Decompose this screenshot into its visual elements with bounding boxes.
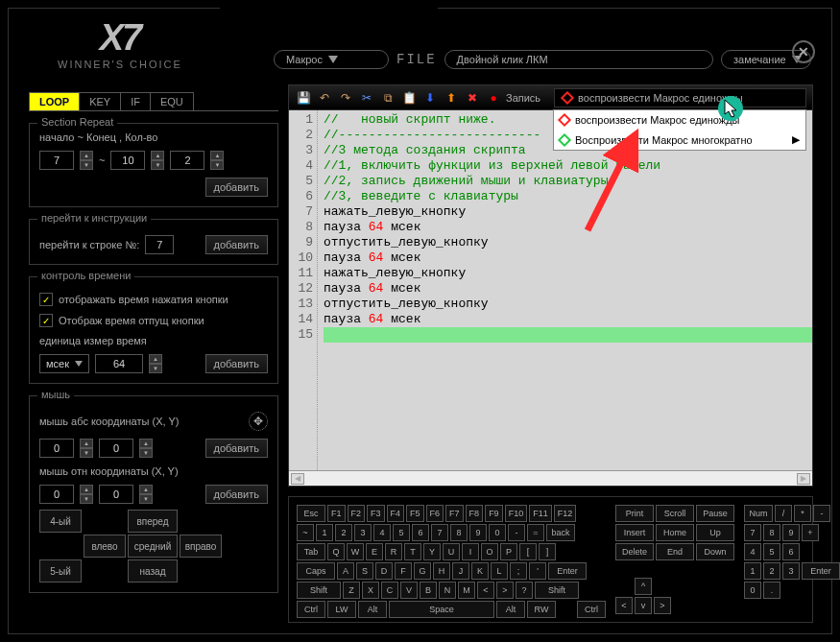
spin-down-icon[interactable]: ▼: [139, 448, 153, 458]
spin-down-icon[interactable]: ▼: [80, 448, 93, 458]
key-8[interactable]: 8: [450, 524, 468, 541]
spin-up-icon[interactable]: ▲: [80, 151, 93, 160]
crosshair-icon[interactable]: [249, 412, 268, 431]
key-;[interactable]: ;: [510, 562, 527, 580]
key-~[interactable]: ~: [297, 524, 314, 541]
key-home[interactable]: Home: [656, 524, 694, 541]
spin-up-icon[interactable]: ▲: [151, 151, 164, 160]
key-b[interactable]: B: [420, 582, 437, 599]
key-esc[interactable]: Esc: [297, 505, 325, 522]
key-q[interactable]: Q: [327, 543, 345, 560]
spin-down-icon[interactable]: ▼: [80, 494, 93, 504]
key-c[interactable]: C: [381, 582, 398, 599]
save-icon[interactable]: 💾: [295, 89, 312, 107]
section-repeat-add-button[interactable]: добавить: [205, 178, 268, 197]
key-j[interactable]: J: [452, 562, 469, 580]
key-3[interactable]: 3: [782, 562, 800, 580]
end-input[interactable]: 10: [110, 151, 145, 170]
key-rw[interactable]: RW: [527, 601, 556, 618]
mouse-btn-back[interactable]: назад: [128, 559, 178, 583]
tab-loop[interactable]: LOOP: [29, 92, 80, 110]
close-button[interactable]: ✕: [792, 40, 815, 63]
key-f[interactable]: F: [395, 562, 412, 580]
key-ctrl[interactable]: Ctrl: [297, 601, 325, 618]
cut-icon[interactable]: ✂: [358, 89, 375, 107]
key-end[interactable]: End: [656, 543, 694, 560]
key-f5[interactable]: F5: [406, 505, 424, 522]
scroll-left-icon[interactable]: ◀: [291, 473, 304, 485]
key-tab[interactable]: Tab: [297, 543, 325, 560]
key-5[interactable]: 5: [393, 524, 410, 541]
copy-icon[interactable]: ⧉: [379, 89, 396, 107]
key-7[interactable]: 7: [744, 524, 761, 541]
spin-down-icon[interactable]: ▼: [210, 160, 224, 170]
key-f9[interactable]: F9: [485, 505, 503, 522]
key-/[interactable]: /: [775, 505, 792, 522]
goto-add-button[interactable]: добавить: [205, 235, 268, 254]
key-6[interactable]: 6: [412, 524, 429, 541]
key-<[interactable]: <: [477, 582, 494, 599]
key-s[interactable]: S: [356, 562, 373, 580]
spin-up-icon[interactable]: ▲: [210, 151, 224, 160]
mouse-btn-right[interactable]: вправо: [180, 535, 222, 558]
key-1[interactable]: 1: [744, 562, 761, 580]
key-e[interactable]: E: [366, 543, 383, 560]
key-p[interactable]: P: [500, 543, 517, 560]
key-i[interactable]: I: [462, 543, 479, 560]
key-f2[interactable]: F2: [348, 505, 366, 522]
checkbox-release-time[interactable]: ✓: [39, 314, 53, 327]
key-w[interactable]: W: [347, 543, 364, 560]
key-o[interactable]: O: [481, 543, 498, 560]
key-f7[interactable]: F7: [445, 505, 464, 522]
delete-icon[interactable]: ✖: [464, 89, 481, 107]
key-f3[interactable]: F3: [367, 505, 385, 522]
key-r[interactable]: R: [385, 543, 402, 560]
up-icon[interactable]: ⬆: [443, 89, 460, 107]
key-alt[interactable]: Alt: [496, 601, 525, 618]
key-4[interactable]: 4: [373, 524, 391, 541]
key-h[interactable]: H: [433, 562, 450, 580]
key-n[interactable]: N: [439, 582, 456, 599]
time-add-button[interactable]: добавить: [205, 354, 268, 373]
key->[interactable]: >: [654, 597, 671, 614]
key-9[interactable]: 9: [782, 524, 800, 541]
spin-up-icon[interactable]: ▲: [139, 485, 153, 494]
abs-add-button[interactable]: добавить: [205, 439, 268, 458]
mouse-btn-4[interactable]: 4-ый: [39, 510, 82, 533]
time-value-input[interactable]: 64: [95, 354, 143, 373]
key-1[interactable]: 1: [316, 524, 333, 541]
rel-y-input[interactable]: 0: [99, 485, 133, 504]
key-num[interactable]: Num: [744, 505, 773, 522]
redo-icon[interactable]: ↷: [337, 89, 354, 107]
tab-equ[interactable]: EQU: [150, 92, 194, 110]
key->[interactable]: >: [496, 582, 514, 599]
key-f8[interactable]: F8: [466, 505, 484, 522]
filename-input[interactable]: Двойной клик ЛКМ: [444, 50, 713, 69]
key-2[interactable]: 2: [335, 524, 352, 541]
mouse-btn-5[interactable]: 5-ый: [39, 559, 82, 583]
key-l[interactable]: L: [491, 562, 508, 580]
record-icon[interactable]: ●: [485, 89, 502, 107]
key-2[interactable]: 2: [763, 562, 780, 580]
horizontal-scrollbar[interactable]: ◀ ▶: [289, 470, 812, 486]
key-0[interactable]: 0: [744, 582, 761, 599]
key-alt[interactable]: Alt: [358, 601, 387, 618]
play-mode-combo[interactable]: воспроизвести Макрос единожды: [554, 88, 806, 107]
rel-add-button[interactable]: добавить: [205, 485, 268, 504]
key-6[interactable]: 6: [782, 543, 800, 560]
spin-up-icon[interactable]: ▲: [139, 439, 153, 448]
key-f10[interactable]: F10: [505, 505, 528, 522]
checkbox-press-time[interactable]: ✓: [39, 293, 53, 306]
key-g[interactable]: G: [414, 562, 431, 580]
key-5[interactable]: 5: [763, 543, 780, 560]
key-=[interactable]: =: [527, 524, 544, 541]
spin-up-icon[interactable]: ▲: [80, 485, 93, 494]
down-icon[interactable]: ⬇: [421, 89, 439, 107]
key-u[interactable]: U: [443, 543, 460, 560]
key--[interactable]: -: [508, 524, 525, 541]
key-shift[interactable]: Shift: [297, 582, 341, 599]
undo-icon[interactable]: ↶: [316, 89, 333, 107]
key-scroll[interactable]: Scroll: [656, 505, 694, 522]
mouse-btn-forward[interactable]: вперед: [128, 510, 178, 533]
key-m[interactable]: M: [458, 582, 475, 599]
